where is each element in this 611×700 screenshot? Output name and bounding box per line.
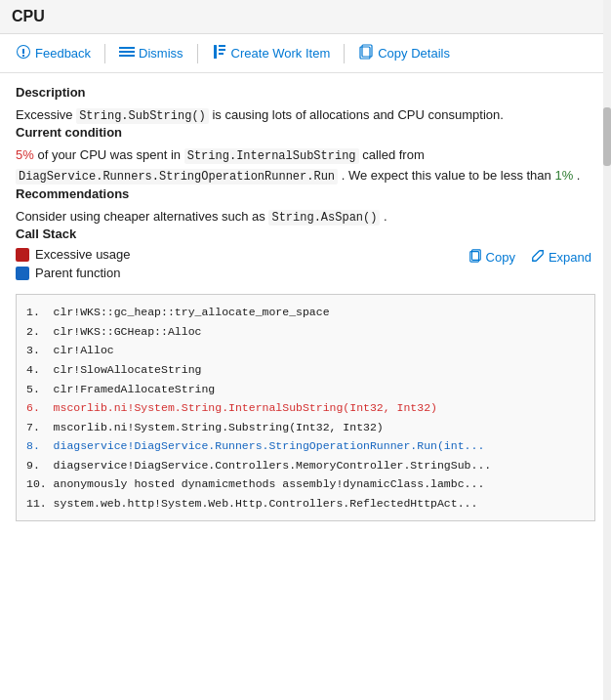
main-content: Description Excessive String.SubString()…	[0, 73, 611, 685]
condition-text3: . We expect this value to be less than	[342, 168, 555, 183]
condition-text2: called from	[362, 147, 425, 162]
dismiss-button[interactable]: Dismiss	[111, 40, 191, 66]
desc-text-after: is causing lots of allocations and CPU c…	[212, 107, 503, 122]
callstack-line-7: 7. mscorlib.ni!System.String.Substring(I…	[26, 418, 585, 437]
dismiss-label: Dismiss	[139, 46, 183, 61]
scrollbar-thumb[interactable]	[603, 107, 611, 166]
condition-code1: String.InternalSubString	[184, 148, 359, 164]
callstack-expand-button[interactable]: Expand	[527, 247, 595, 268]
condition-body: 5% of your CPU was spent in String.Inter…	[16, 145, 595, 186]
title-bar: CPU	[0, 0, 611, 34]
callstack-expand-label: Expand	[549, 250, 591, 265]
condition-text1: of your CPU was spent in	[37, 147, 183, 162]
rec-code1: String.AsSpan()	[268, 210, 380, 226]
callstack-line-11: 11. system.web.http!System.Web.Http.Cont…	[26, 494, 585, 514]
copy-details-button[interactable]: Copy Details	[350, 40, 458, 66]
desc-text-before: Excessive	[16, 107, 73, 122]
condition-percent: 5%	[16, 147, 34, 162]
toolbar-separator-1	[104, 44, 105, 63]
callstack-line-10: 10. anonymously hosted dynamicmethods as…	[26, 474, 585, 494]
callstack-line-9: 9. diagservice!DiagService.Controllers.M…	[26, 456, 585, 475]
callstack-line-6: 6. mscorlib.ni!System.String.InternalSub…	[26, 398, 585, 418]
copy-details-label: Copy Details	[378, 46, 450, 61]
callstack-box: 1. clr!WKS::gc_heap::try_allocate_more_s…	[16, 294, 595, 521]
toolbar: Feedback Dismiss Create Work Item Copy D…	[0, 34, 611, 73]
rec-text-after: .	[384, 209, 387, 224]
desc-code1: String.SubString()	[76, 108, 209, 124]
description-title: Description	[16, 85, 595, 100]
create-work-item-label: Create Work Item	[231, 46, 331, 61]
recommendations-title: Recommendations	[16, 186, 595, 201]
callstack-line-2: 2. clr!WKS::GCHeap::Alloc	[26, 322, 585, 342]
svg-rect-4	[219, 45, 225, 47]
description-body: Excessive String.SubString() is causing …	[16, 105, 595, 125]
callstack-legend: Excessive usage Parent function	[16, 247, 131, 280]
legend-parent-label: Parent function	[35, 266, 120, 280]
callstack-line-4: 4. clr!SlowAllocateString	[26, 360, 585, 380]
svg-rect-6	[219, 53, 224, 55]
current-condition-title: Current condition	[16, 125, 595, 140]
svg-rect-5	[219, 49, 225, 51]
condition-code2: DiagService.Runners.StringOperationRunne…	[16, 169, 338, 185]
legend-item-excessive: Excessive usage	[16, 247, 131, 262]
feedback-icon	[16, 44, 31, 62]
callstack-copy-button[interactable]: Copy	[465, 247, 519, 268]
callstack-line-3: 3. clr!Alloc	[26, 341, 585, 360]
svg-rect-1	[119, 51, 135, 53]
feedback-label: Feedback	[35, 46, 91, 61]
callstack-title: Call Stack	[16, 226, 595, 241]
condition-percent2: 1%	[554, 168, 573, 183]
callstack-line-5: 5. clr!FramedAllocateString	[26, 380, 585, 399]
callstack-copy-label: Copy	[486, 250, 515, 265]
svg-rect-2	[119, 55, 135, 57]
toolbar-separator-2	[197, 44, 198, 63]
recommendations-section: Recommendations Consider using cheaper a…	[16, 186, 595, 226]
rec-text-before: Consider using cheaper alternatives such…	[16, 209, 265, 224]
page-title: CPU	[12, 8, 45, 25]
dismiss-icon	[119, 44, 135, 62]
callstack-expand-icon	[531, 249, 545, 266]
callstack-actions: Copy Expand	[465, 247, 595, 268]
legend-color-red	[16, 248, 29, 262]
copy-details-icon	[358, 44, 374, 62]
feedback-button[interactable]: Feedback	[8, 40, 99, 66]
legend-item-parent: Parent function	[16, 266, 131, 280]
description-section: Description Excessive String.SubString()…	[16, 85, 595, 125]
callstack-section: Call Stack Excessive usage Parent functi…	[16, 226, 595, 521]
condition-text4: .	[577, 168, 581, 183]
legend-excessive-label: Excessive usage	[35, 247, 131, 262]
create-work-item-button[interactable]: Create Work Item	[204, 40, 339, 66]
svg-rect-0	[119, 47, 135, 49]
legend-color-blue	[16, 267, 29, 280]
svg-rect-3	[214, 45, 217, 59]
callstack-copy-icon	[468, 249, 482, 266]
create-work-item-icon	[212, 44, 227, 62]
recommendation-body: Consider using cheaper alternatives such…	[16, 207, 595, 226]
callstack-line-1: 1. clr!WKS::gc_heap::try_allocate_more_s…	[26, 303, 585, 322]
current-condition-section: Current condition 5% of your CPU was spe…	[16, 125, 595, 186]
scrollbar-track[interactable]	[603, 0, 611, 700]
callstack-line-8: 8. diagservice!DiagService.Runners.Strin…	[26, 436, 585, 456]
toolbar-separator-3	[344, 44, 345, 63]
callstack-legend-actions: Excessive usage Parent function Copy	[16, 247, 595, 288]
